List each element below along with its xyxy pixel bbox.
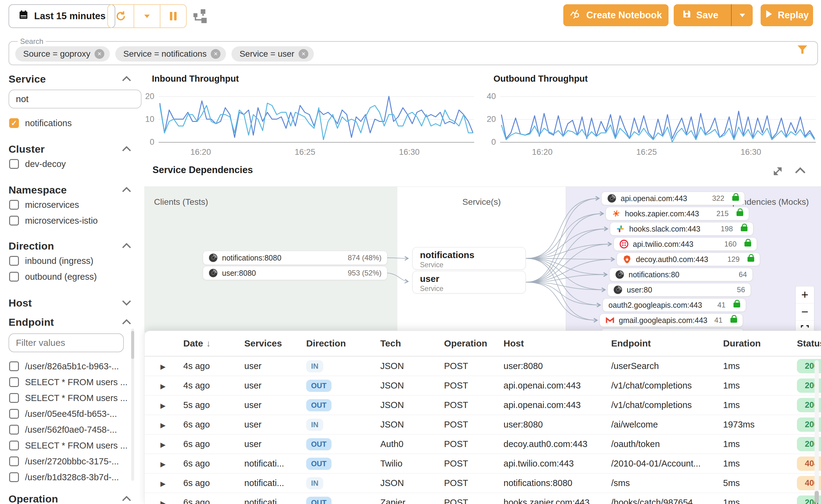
collapse-chevron-icon[interactable] [794,165,806,179]
service-node[interactable]: userService [412,271,526,293]
client-node[interactable]: notifications:8080874 (48%) [203,251,387,265]
cell-date: 6s ago [183,459,244,469]
mock-node[interactable]: notifications:8064 [609,268,753,281]
client-node[interactable]: user:8080953 (52%) [203,266,387,280]
table-row[interactable]: ▶6s agonotificati...OUTTwilioPOSTapi.twi… [144,454,821,473]
table-row[interactable]: ▶5s agouserOUTJSONPOSTapi.openai.com:443… [144,395,821,415]
row-expand-icon[interactable]: ▶ [144,363,165,371]
checkbox-unchecked[interactable] [9,456,19,466]
table-scrollbar-thumb[interactable] [815,491,819,503]
outbound-series-2 [501,125,815,142]
table-scrollbar-track[interactable] [815,360,819,503]
checkbox-option[interactable]: microservices-istio [9,213,98,229]
service-node[interactable]: notificationsService [412,247,526,270]
pause-button[interactable] [160,5,186,27]
checkbox-unchecked[interactable] [9,159,19,169]
mock-node[interactable]: user:8056 [607,283,751,296]
table-row[interactable]: ▶4s agouserOUTJSONPOSTapi.openai.com:443… [144,376,821,395]
checkbox-option[interactable]: /user/05ee45fd-b653-... [9,406,127,422]
sidebar-section-host[interactable]: Host [9,297,132,309]
checkbox-option[interactable]: outbound (egress) [9,269,97,285]
mock-node[interactable]: gmail.googleapis.com:44341 [599,314,743,327]
row-expand-icon[interactable]: ▶ [144,382,165,390]
mock-node[interactable]: oauth2.googleapis.com:44341 [602,298,746,312]
checkbox-option[interactable]: SELECT * FROM users ... [9,438,127,453]
sidebar-section-operation[interactable]: Operation [9,493,132,504]
checkbox-option[interactable]: /user/826a5b1c-b963-... [9,358,127,374]
service-dependencies-title: Service Dependencies [152,165,253,176]
zoom-in-button[interactable]: + [796,286,814,303]
save-button[interactable]: Save [674,4,726,26]
checkbox-option[interactable]: ✓notifications [9,115,72,131]
mock-node[interactable]: hooks.zapier.com:443215 [606,207,749,220]
row-expand-icon[interactable]: ▶ [144,460,165,468]
sidebar-section-service[interactable]: Service [9,73,132,85]
search-filter-chip[interactable]: Service = user× [232,46,314,62]
table-row[interactable]: ▶6s agouserINJSONPOSTuser:8080/ai/welcom… [144,415,821,434]
chip-remove-icon[interactable]: × [94,49,104,59]
row-expand-icon[interactable]: ▶ [144,402,165,410]
row-expand-icon[interactable]: ▶ [144,441,165,449]
endpoint-filter-input[interactable] [9,333,124,352]
checkbox-option[interactable]: /user/b1d328c8-3b7d-... [9,469,127,485]
checkbox-unchecked[interactable] [9,377,19,387]
checkbox-unchecked[interactable] [9,441,19,450]
checkbox-unchecked[interactable] [9,272,19,282]
checkbox-unchecked[interactable] [9,361,19,371]
checkbox-checked[interactable]: ✓ [9,118,19,128]
sidebar-section-namespace[interactable]: Namespace [9,184,132,196]
checkbox-unchecked[interactable] [9,472,19,482]
checkbox-option[interactable]: inbound (ingress) [9,253,97,269]
dependency-edge [526,214,603,282]
row-expand-icon[interactable]: ▶ [144,480,165,488]
checkbox-unchecked[interactable] [9,200,19,210]
mock-node-count: 41 [717,301,726,309]
hierarchy-view-icon[interactable] [192,8,208,24]
checkbox-option[interactable]: dev-decoy [9,156,66,172]
search-filter-bar[interactable]: Search Source = goproxy×Service = notifi… [9,37,818,65]
checkbox-unchecked[interactable] [9,256,19,266]
checkbox-option[interactable]: microservices [9,197,98,213]
checkbox-option[interactable]: /user/2720bbbc-3175-... [9,453,127,469]
time-range-button[interactable]: Last 15 minutes [9,4,115,28]
checkbox-option[interactable]: /user/562f0ae0-7458-... [9,422,127,438]
mock-node[interactable]: hooks.slack.com:443198 [610,222,753,236]
table-row[interactable]: ▶6s agonotificati...INJSONPOSTnotificati… [144,473,821,493]
checkbox-option[interactable]: SELECT * FROM users ... [9,374,127,390]
sidebar-section-direction[interactable]: Direction [9,240,132,252]
chip-remove-icon[interactable]: × [211,49,221,59]
filter-funnel-icon[interactable] [796,43,809,57]
direction-badge: OUT [306,438,332,450]
checkbox-option[interactable]: SELECT * FROM users ... [9,390,127,406]
chip-remove-icon[interactable]: × [299,49,308,59]
checkbox-label: /user/2720bbbc-3175-... [25,456,119,467]
column-header-endpoint: Endpoint [611,338,723,349]
row-expand-icon[interactable]: ▶ [144,421,165,429]
sidebar-section-cluster[interactable]: Cluster [9,143,132,155]
checkbox-unchecked[interactable] [9,425,19,435]
table-row[interactable]: ▶4s agouserINJSONPOSTuser:8080/userSearc… [144,357,821,376]
checkbox-unchecked[interactable] [9,393,19,403]
mock-node[interactable]: api.openai.com:443322 [601,192,745,205]
checkbox-unchecked[interactable] [9,216,19,225]
service-filter-input[interactable] [9,90,141,108]
refresh-button[interactable] [108,5,133,27]
checkbox-unchecked[interactable] [9,409,19,419]
table-row[interactable]: ▶6s agonotificati...OUTZapierPOSThooks.z… [144,493,821,504]
create-notebook-button[interactable]: Create Notebook [563,4,669,26]
mock-node[interactable]: api.twilio.com:443160 [613,237,757,251]
mock-node[interactable]: decoy.auth0.com:443129 [617,253,760,266]
sidebar-section-endpoint[interactable]: Endpoint [9,316,132,328]
sidebar-scrollbar-thumb[interactable] [131,331,134,359]
column-header-date[interactable]: Date↓ [183,338,244,349]
zoom-out-button[interactable]: − [796,303,814,320]
search-filter-chip[interactable]: Source = goproxy× [15,46,110,62]
table-row[interactable]: ▶6s agouserOUTAuth0POSTdecoy.auth0.com:4… [144,434,821,454]
row-expand-icon[interactable]: ▶ [144,499,165,504]
cell-services: notificati... [244,498,306,504]
replay-button[interactable]: Replay [761,4,813,26]
search-filter-chip[interactable]: Service = notifications× [115,46,226,62]
expand-diagonal-icon[interactable] [772,165,784,179]
refresh-interval-dropdown[interactable] [133,5,160,27]
save-options-dropdown[interactable] [731,4,753,26]
